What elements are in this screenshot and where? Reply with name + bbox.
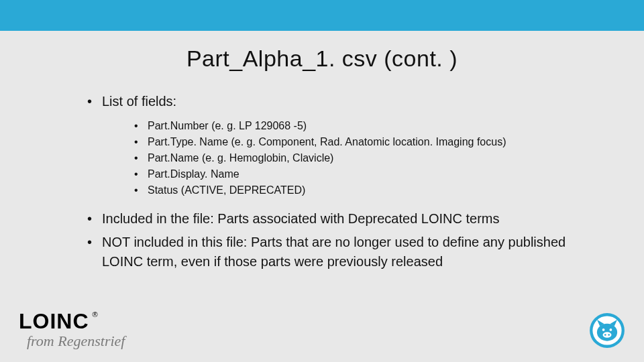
bullet-text: NOT included in this file: Parts that ar… <box>102 235 566 269</box>
field-text: Status (ACTIVE, DEPRECATED) <box>148 184 305 196</box>
bullet-list-of-fields: List of fields: Part.Number (e. g. LP 12… <box>80 92 570 198</box>
loinc-logo: LOINC ® <box>19 309 98 334</box>
footer-logo-block: LOINC ® from Regenstrief <box>19 309 125 350</box>
loinc-logo-text: LOINC <box>19 309 89 334</box>
field-item: Part.Display. Name <box>129 166 570 182</box>
svg-point-4 <box>604 334 606 336</box>
top-accent-bar <box>0 0 644 31</box>
field-item: Part.Number (e. g. LP 129068 -5) <box>129 118 570 134</box>
bullet-text: Included in the file: Parts associated w… <box>102 211 500 226</box>
loinc-tagline: from Regenstrief <box>27 333 125 350</box>
field-item: Part.Name (e. g. Hemoglobin, Clavicle) <box>129 150 570 166</box>
svg-point-5 <box>608 334 610 336</box>
field-text: Part.Type. Name (e. g. Component, Rad. A… <box>148 136 506 147</box>
field-text: Part.Number (e. g. LP 129068 -5) <box>148 120 307 131</box>
field-text: Part.Name (e. g. Hemoglobin, Clavicle) <box>148 152 333 164</box>
field-item: Part.Type. Name (e. g. Component, Rad. A… <box>129 134 570 150</box>
regenstrief-pig-icon <box>589 312 625 349</box>
bullet-text: List of fields: <box>102 94 176 109</box>
registered-mark: ® <box>93 310 98 318</box>
bullet-included: Included in the file: Parts associated w… <box>80 209 570 229</box>
svg-point-6 <box>602 328 605 331</box>
bullet-not-included: NOT included in this file: Parts that ar… <box>80 233 570 272</box>
field-item: Status (ACTIVE, DEPRECATED) <box>129 182 570 198</box>
slide-body: List of fields: Part.Number (e. g. LP 12… <box>80 92 570 272</box>
svg-point-7 <box>610 328 612 331</box>
fields-sublist: Part.Number (e. g. LP 129068 -5) Part.Ty… <box>129 118 570 198</box>
svg-point-3 <box>603 332 612 338</box>
slide-title: Part_Alpha_1. csv (cont. ) <box>0 46 644 72</box>
field-text: Part.Display. Name <box>148 168 239 180</box>
